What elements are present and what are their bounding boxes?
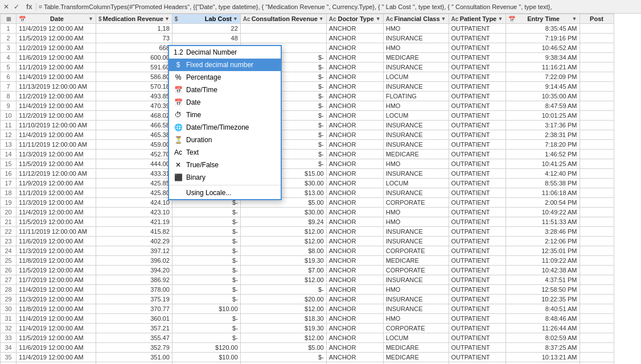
confirm-icon[interactable]: ✓ [13, 3, 20, 11]
col-header-date[interactable]: 📅 Date ▼ [17, 14, 96, 24]
col-header-doctor[interactable]: Ac Doctor Type ▼ [326, 14, 383, 24]
table-cell: 10:22:35 PM [506, 295, 580, 304]
cancel-icon[interactable]: ✕ [2, 3, 10, 11]
table-cell [580, 285, 614, 295]
dropdown-item-locale[interactable]: Using Locale... [169, 187, 281, 199]
row-number: 8 [1, 92, 17, 101]
dropdown-item-time[interactable]: ⏱Time [169, 109, 281, 121]
table-cell: OUTPATIENT [449, 188, 506, 198]
dropdown-item-label: Date/Time [186, 86, 217, 94]
row-number: 9 [1, 101, 17, 111]
table-cell [580, 34, 614, 43]
row-number: 22 [1, 227, 17, 237]
table-cell: 8:47:59 AM [506, 101, 580, 111]
table-row: 111/4/2019 12:00:00 AM1,1822ANCHORHMOOUT… [1, 24, 614, 34]
dropdown-item-text[interactable]: AcText [169, 146, 281, 159]
table-cell: ANCHOR [326, 266, 383, 275]
table-cell: OUTPATIENT [449, 227, 506, 237]
doctor-filter-icon[interactable]: ▼ [376, 16, 381, 22]
col-header-consult[interactable]: Ac Consultation Revenue ▼ [240, 14, 326, 24]
dropdown-item-duration[interactable]: ⏳Duration [169, 134, 281, 146]
table-cell: 396.02 [96, 256, 172, 266]
table-row: 1911/3/2019 12:00:00 AM424.10$-$5.00ANCH… [1, 198, 614, 208]
row-number: 23 [1, 237, 17, 246]
table-cell: OUTPATIENT [449, 72, 506, 82]
dropdown-item-date[interactable]: 📅Date [169, 96, 281, 109]
table-cell: $- [172, 295, 240, 304]
table-cell: 2:00:54 PM [506, 198, 580, 208]
table-cell: 370.77 [96, 304, 172, 314]
col-header-med-rev[interactable]: $ Medication Revenue ▼ [96, 14, 172, 24]
dropdown-item-currency[interactable]: $Fixed decimal number [169, 59, 281, 71]
table-cell: 11:09:22 AM [506, 256, 580, 266]
dropdown-item-datetimetz[interactable]: 🌐Date/Time/Timezone [169, 121, 281, 134]
table-cell: CORPORATE [383, 266, 449, 275]
consult-filter-icon[interactable]: ▼ [319, 16, 324, 22]
col-header-lab-cost[interactable]: $ Lab Cost ▼ [172, 14, 240, 24]
table-row: 2911/3/2019 12:00:00 AM375.19$-$20.00ANC… [1, 295, 614, 304]
row-number: 7 [1, 82, 17, 92]
dropdown-item-datetime[interactable]: 📅Date/Time [169, 84, 281, 96]
table-cell: ANCHOR [326, 227, 383, 237]
table-cell: 378.00 [96, 285, 172, 295]
col-header-patient[interactable]: Ac Patient Type ▼ [449, 14, 506, 24]
table-cell: OUTPATIENT [449, 140, 506, 150]
table-cell: $7.00 [240, 266, 326, 275]
table-row: 1711/9/2019 12:00:00 AM425.85$-$30.00ANC… [1, 179, 614, 188]
table-cell: INSURANCE [383, 34, 449, 43]
table-options-icon[interactable]: ⊞ [6, 16, 11, 22]
table-cell: INSURANCE [383, 130, 449, 140]
table-cell: 468.02 [96, 111, 172, 121]
table-cell: OUTPATIENT [449, 333, 506, 343]
col-header-financial[interactable]: Ac Financial Class ▼ [383, 14, 449, 24]
col-header-entry[interactable]: 📅 Entry Time ▼ [506, 14, 580, 24]
dropdown-item-icon: 📅 [174, 98, 183, 106]
table-cell: 73 [96, 34, 172, 43]
entry-filter-icon[interactable]: ▼ [572, 16, 577, 22]
table-cell: 11/2/2019 12:00:00 AM [17, 111, 96, 121]
row-number: 1 [1, 24, 17, 34]
table-cell: 11/8/2019 12:00:00 AM [17, 304, 96, 314]
table-cell [580, 188, 614, 198]
table-cell: 3:28:46 PM [506, 227, 580, 237]
table-cell: HMO [383, 217, 449, 227]
patient-filter-icon[interactable]: ▼ [498, 16, 503, 22]
table-cell: OUTPATIENT [449, 63, 506, 72]
date-filter-icon[interactable]: ▼ [88, 16, 93, 22]
dropdown-item-number[interactable]: 1.2Decimal Number [169, 46, 281, 59]
table-row: 2211/11/2019 12:00:00 AM415.82$-$12.00AN… [1, 227, 614, 237]
dropdown-item-label: True/False [186, 161, 219, 169]
table-cell: LOCUM [383, 179, 449, 188]
table-row: 2711/7/2019 12:00:00 AM386.92$-$12.00ANC… [1, 275, 614, 285]
dropdown-item-percent[interactable]: %Percentage [169, 71, 281, 84]
table-cell: 8:48:46 AM [506, 314, 580, 324]
formula-text: = Table.TransformColumnTypes(#"Promoted … [39, 3, 639, 10]
med-rev-filter-icon[interactable]: ▼ [165, 16, 170, 22]
table-cell: OUTPATIENT [449, 34, 506, 43]
table-cell: ANCHOR [326, 217, 383, 227]
dropdown-item-label: Binary [186, 173, 206, 181]
col-header-post[interactable]: Post [580, 14, 614, 24]
lab-cost-type-icon: $ [175, 16, 178, 22]
dropdown-item-bool[interactable]: ✕True/False [169, 159, 281, 171]
table-cell: 7:19:16 PM [506, 34, 580, 43]
row-number: 12 [1, 130, 17, 140]
row-number: 30 [1, 304, 17, 314]
financial-filter-icon[interactable]: ▼ [441, 16, 446, 22]
table-cell: CORPORATE [383, 198, 449, 208]
table-cell: 8:02:59 AM [506, 333, 580, 343]
table-cell: ANCHOR [326, 275, 383, 285]
dropdown-item-icon: ✕ [174, 161, 183, 169]
table-cell: ANCHOR [326, 150, 383, 159]
table-row: 1311/11/2019 12:00:00 AM459.00$-ANCHORIN… [1, 140, 614, 150]
table-cell: 11:51:33 AM [506, 217, 580, 227]
table-cell: INSURANCE [383, 140, 449, 150]
table-cell: OUTPATIENT [449, 43, 506, 53]
table-cell: $- [172, 333, 240, 343]
table-cell: 591.60 [96, 63, 172, 72]
table-cell [580, 333, 614, 343]
dropdown-item-binary[interactable]: ⬛Binary [169, 171, 281, 184]
table-cell: 402.29 [96, 237, 172, 246]
lab-cost-filter-icon[interactable]: ▼ [233, 16, 238, 22]
col-header-rownum: ⊞ [1, 14, 17, 24]
